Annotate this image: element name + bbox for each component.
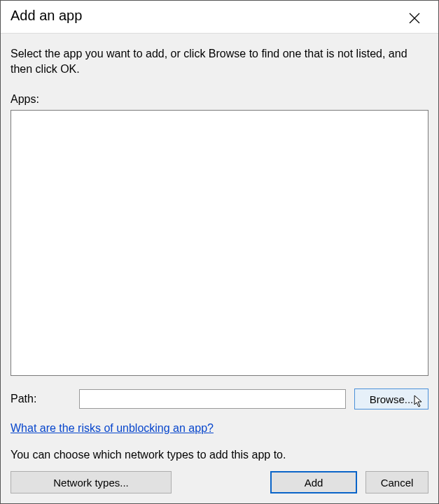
path-row: Path: Browse... [11, 388, 428, 410]
browse-button[interactable]: Browse... [354, 388, 428, 410]
cancel-button[interactable]: Cancel [365, 471, 428, 493]
button-row: Network types... Add Cancel [11, 471, 428, 493]
network-description: You can choose which network types to ad… [11, 449, 428, 461]
instruction-text: Select the app you want to add, or click… [11, 46, 428, 76]
close-button[interactable] [400, 8, 428, 29]
dialog-content: Select the app you want to add, or click… [1, 33, 438, 503]
network-types-button[interactable]: Network types... [11, 471, 172, 493]
add-button[interactable]: Add [270, 471, 357, 493]
apps-label: Apps: [11, 93, 428, 106]
apps-listbox[interactable] [11, 110, 428, 376]
add-app-dialog: Add an app Select the app you want to ad… [0, 0, 439, 504]
path-label: Path: [11, 393, 71, 405]
cursor-icon [414, 395, 425, 409]
close-icon [409, 13, 420, 24]
window-title: Add an app [11, 8, 82, 24]
path-input[interactable] [79, 389, 346, 409]
titlebar: Add an app [1, 1, 438, 33]
browse-button-label: Browse... [370, 393, 414, 405]
risks-link[interactable]: What are the risks of unblocking an app? [11, 422, 428, 435]
